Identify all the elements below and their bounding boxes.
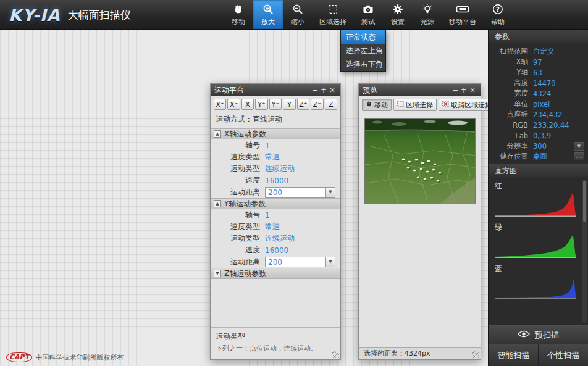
- x-button[interactable]: X: [242, 99, 254, 110]
- scan-range-value[interactable]: 自定义: [533, 47, 555, 56]
- storage-location-value[interactable]: 桌面: [533, 152, 547, 161]
- close-icon[interactable]: ×: [328, 84, 337, 96]
- histogram-scrollbar[interactable]: [582, 180, 587, 323]
- toolbar-light[interactable]: 光源: [413, 0, 442, 29]
- chevron-down-icon[interactable]: ▼: [326, 257, 335, 267]
- resolution-value[interactable]: 300: [533, 142, 547, 151]
- prescan-label: 预扫描: [535, 330, 559, 341]
- y-motion-type-row: 运动类型 连续运动: [211, 233, 340, 244]
- parameters-sidebar: 参数 扫描范围 自定义 X轴 97 Y轴 63 高度 14470 宽度 4324…: [488, 30, 588, 366]
- unit-value[interactable]: pixel: [533, 100, 550, 109]
- chevron-down-icon[interactable]: ▼: [326, 188, 335, 197]
- param-label: 速度: [211, 175, 260, 186]
- collapse-icon[interactable]: ▲: [214, 130, 221, 138]
- y-speed-type-value[interactable]: 常速: [265, 222, 280, 232]
- browse-button[interactable]: …: [574, 152, 584, 160]
- x-distance-select[interactable]: 200 ▼: [265, 187, 335, 198]
- region-select-menu: 正常状态 选择左上角 选择右下角: [340, 30, 386, 72]
- preview-panel-title: 预览: [363, 85, 451, 96]
- red-histogram-plot: [495, 192, 576, 217]
- y-motion-type-value[interactable]: 连续运动: [265, 233, 295, 244]
- param-label: 运动类型: [211, 233, 260, 244]
- param-label: 速度类型: [211, 222, 260, 232]
- preview-panel-titlebar[interactable]: 预览 − + ×: [359, 84, 481, 96]
- y-axis-section-header[interactable]: ▲ Y轴运动参数: [211, 198, 340, 209]
- height-value: 14470: [533, 79, 556, 88]
- prescan-button[interactable]: 预扫描: [489, 325, 588, 344]
- row-label: 点座标: [489, 110, 528, 119]
- blue-channel-label: 蓝: [495, 264, 579, 274]
- maximize-icon[interactable]: +: [319, 84, 328, 96]
- toolbar-region-select[interactable]: 区域选择: [313, 0, 353, 29]
- toolbar-zoom-out[interactable]: 缩小: [283, 0, 313, 29]
- motion-panel-empty-area: [211, 279, 340, 327]
- expand-icon[interactable]: ▼: [214, 270, 221, 277]
- gear-icon: [392, 2, 404, 16]
- z-axis-section-header[interactable]: ▼ Z轴运动参数: [211, 268, 340, 279]
- minimize-icon[interactable]: −: [311, 84, 319, 96]
- x-minus-button[interactable]: X⁻: [227, 99, 240, 110]
- preview-cancel-region-button[interactable]: 取消区域选择: [439, 99, 495, 111]
- help-icon: ?: [492, 2, 504, 16]
- z-minus-button[interactable]: Z⁻: [311, 99, 323, 110]
- preview-region-select-button[interactable]: 区域选择: [393, 99, 437, 111]
- x-axis-number-value[interactable]: 1: [265, 141, 270, 150]
- toolbar-zoom-in[interactable]: 放大: [253, 0, 283, 29]
- preview-move-button[interactable]: 移动: [362, 99, 392, 111]
- parameters-header: 参数: [489, 30, 588, 43]
- app-title: 大幅面扫描仪: [68, 8, 131, 22]
- y-distance-select[interactable]: 200 ▼: [265, 257, 335, 267]
- menu-item-select-top-left[interactable]: 选择左上角: [341, 44, 385, 57]
- motion-panel-titlebar[interactable]: 运动平台 − + ×: [211, 84, 340, 96]
- lab-value: 0,3,9: [533, 131, 551, 140]
- x-motion-type-row: 运动类型 连续运动: [211, 163, 340, 175]
- x-axis-row: X轴 97: [489, 57, 588, 67]
- x-speed-value[interactable]: 16000: [265, 177, 288, 185]
- minimize-icon[interactable]: −: [451, 84, 460, 96]
- x-motion-type-value[interactable]: 连续运动: [265, 164, 295, 174]
- width-value: 4324: [533, 89, 551, 98]
- toolbar-move[interactable]: 移动: [224, 0, 253, 29]
- hand-icon: [233, 2, 244, 16]
- row-label: 宽度: [489, 89, 528, 98]
- row-label: 高度: [489, 78, 528, 88]
- row-label: RGB: [489, 121, 528, 130]
- toolbar-help[interactable]: ? 帮助: [483, 0, 513, 29]
- x-axis-value: 97: [533, 58, 542, 67]
- scrollbar-thumb[interactable]: [583, 181, 586, 222]
- toolbar-zoom-out-label: 缩小: [291, 17, 304, 27]
- preview-panel: 预览 − + × 移动 区域选择 取消区域选择: [358, 83, 481, 360]
- x-axis-section-header[interactable]: ▲ X轴运动参数: [211, 128, 340, 139]
- chevron-down-icon[interactable]: ▼: [574, 142, 584, 151]
- z-plus-button[interactable]: Z⁺: [297, 99, 309, 110]
- y-axis-number-value[interactable]: 1: [265, 211, 270, 220]
- custom-scan-button[interactable]: 个性扫描: [538, 344, 588, 366]
- y-minus-button[interactable]: Y⁻: [269, 99, 282, 110]
- toolbar-move-label: 移动: [232, 17, 245, 27]
- x-axis-number-row: 轴号 1: [211, 139, 340, 151]
- unit-row: 单位 pixel: [489, 99, 588, 109]
- x-plus-button[interactable]: X⁺: [214, 99, 226, 110]
- close-icon[interactable]: ×: [468, 84, 477, 96]
- y-button[interactable]: Y: [283, 99, 295, 110]
- y-speed-value[interactable]: 16000: [265, 246, 288, 255]
- toolbar-settings[interactable]: 设置: [383, 0, 413, 29]
- collapse-icon[interactable]: ▲: [214, 200, 221, 207]
- y-axis-section-title: Y轴运动参数: [224, 199, 266, 209]
- x-speed-type-value[interactable]: 常速: [265, 152, 280, 162]
- smart-scan-button[interactable]: 智能扫描: [489, 344, 538, 366]
- y-plus-button[interactable]: Y⁺: [255, 99, 267, 110]
- menu-item-normal-state[interactable]: 正常状态: [341, 30, 385, 44]
- resize-grip[interactable]: [472, 351, 479, 358]
- rgb-value: 233,20,44: [533, 121, 569, 130]
- menu-item-select-bottom-right[interactable]: 选择右下角: [341, 57, 385, 71]
- preview-image[interactable]: [364, 118, 476, 204]
- resize-grip[interactable]: [332, 351, 339, 358]
- motion-platform-panel: 运动平台 − + × X⁺ X⁻ X Y⁺ Y⁻ Y Z⁺ Z⁻ Z 运动方式：…: [210, 83, 341, 360]
- maximize-icon[interactable]: +: [460, 84, 468, 96]
- preview-empty-area: [359, 204, 481, 347]
- toolbar-region-select-label: 区域选择: [319, 17, 346, 27]
- toolbar-test[interactable]: 测试: [353, 0, 383, 29]
- toolbar-platform[interactable]: 移动平台: [442, 0, 483, 29]
- z-button[interactable]: Z: [325, 99, 337, 110]
